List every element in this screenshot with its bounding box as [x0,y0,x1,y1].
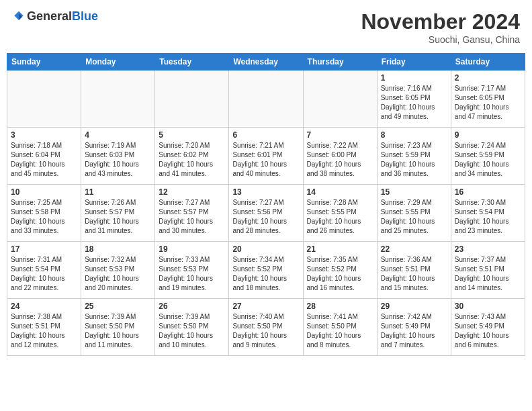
logo-general-text: General [27,9,72,24]
week-row-5: 24Sunrise: 7:38 AM Sunset: 5:51 PM Dayli… [7,299,525,356]
day-number: 16 [455,187,521,197]
day-info: Sunrise: 7:30 AM Sunset: 5:54 PM Dayligh… [455,198,521,236]
calendar-cell: 5Sunrise: 7:20 AM Sunset: 6:02 PM Daylig… [155,128,229,185]
calendar-cell: 16Sunrise: 7:30 AM Sunset: 5:54 PM Dayli… [451,185,525,242]
day-number: 29 [381,302,447,311]
day-info: Sunrise: 7:20 AM Sunset: 6:02 PM Dayligh… [159,141,225,179]
logo-blue-text: Blue [72,9,98,24]
calendar-cell: 13Sunrise: 7:27 AM Sunset: 5:56 PM Dayli… [229,185,303,242]
day-number: 15 [381,187,447,197]
week-row-4: 17Sunrise: 7:31 AM Sunset: 5:54 PM Dayli… [7,242,525,299]
calendar-cell: 22Sunrise: 7:36 AM Sunset: 5:51 PM Dayli… [377,242,451,299]
calendar-cell: 18Sunrise: 7:32 AM Sunset: 5:53 PM Dayli… [81,242,155,299]
day-number: 26 [159,302,225,311]
day-number: 18 [85,244,151,254]
location-text: Suochi, Gansu, China [361,34,520,45]
calendar-cell: 4Sunrise: 7:19 AM Sunset: 6:03 PM Daylig… [81,128,155,185]
calendar-cell: 29Sunrise: 7:42 AM Sunset: 5:49 PM Dayli… [377,299,451,356]
calendar-cell: 10Sunrise: 7:25 AM Sunset: 5:58 PM Dayli… [7,185,81,242]
day-info: Sunrise: 7:16 AM Sunset: 6:05 PM Dayligh… [381,84,447,122]
day-number: 2 [455,73,521,83]
week-row-3: 10Sunrise: 7:25 AM Sunset: 5:58 PM Dayli… [7,185,525,242]
title-block: November 2024 Suochi, Gansu, China [361,9,520,45]
day-number: 21 [307,244,373,254]
day-info: Sunrise: 7:43 AM Sunset: 5:49 PM Dayligh… [455,312,521,350]
day-info: Sunrise: 7:19 AM Sunset: 6:03 PM Dayligh… [85,141,151,179]
calendar-cell: 20Sunrise: 7:34 AM Sunset: 5:52 PM Dayli… [229,242,303,299]
day-info: Sunrise: 7:22 AM Sunset: 6:00 PM Dayligh… [307,141,373,179]
day-number: 25 [85,302,151,311]
day-number: 28 [307,302,373,311]
calendar-cell [303,71,377,128]
day-info: Sunrise: 7:27 AM Sunset: 5:57 PM Dayligh… [159,198,225,236]
day-number: 6 [232,130,299,140]
calendar-cell: 12Sunrise: 7:27 AM Sunset: 5:57 PM Dayli… [155,185,229,242]
week-row-2: 3Sunrise: 7:18 AM Sunset: 6:04 PM Daylig… [7,128,525,185]
calendar-cell: 11Sunrise: 7:26 AM Sunset: 5:57 PM Dayli… [81,185,155,242]
calendar-cell: 27Sunrise: 7:40 AM Sunset: 5:50 PM Dayli… [229,299,303,356]
day-info: Sunrise: 7:18 AM Sunset: 6:04 PM Dayligh… [11,141,77,179]
calendar-cell: 23Sunrise: 7:37 AM Sunset: 5:51 PM Dayli… [451,242,525,299]
calendar-cell: 25Sunrise: 7:39 AM Sunset: 5:50 PM Dayli… [81,299,155,356]
day-number: 23 [455,244,521,254]
day-number: 22 [381,244,447,254]
calendar-cell: 9Sunrise: 7:24 AM Sunset: 5:59 PM Daylig… [451,128,525,185]
calendar-cell: 19Sunrise: 7:33 AM Sunset: 5:53 PM Dayli… [155,242,229,299]
column-header-friday: Friday [377,54,451,71]
logo-icon [12,10,26,24]
calendar-cell [229,71,303,128]
week-row-1: 1Sunrise: 7:16 AM Sunset: 6:05 PM Daylig… [7,71,525,128]
day-number: 20 [232,244,299,254]
calendar-cell: 3Sunrise: 7:18 AM Sunset: 6:04 PM Daylig… [7,128,81,185]
day-number: 3 [11,130,77,140]
day-number: 19 [159,244,225,254]
day-info: Sunrise: 7:42 AM Sunset: 5:49 PM Dayligh… [381,312,447,350]
calendar-table: SundayMondayTuesdayWednesdayThursdayFrid… [7,53,525,356]
day-info: Sunrise: 7:32 AM Sunset: 5:53 PM Dayligh… [85,255,151,293]
day-number: 8 [381,130,447,140]
month-title: November 2024 [361,9,520,34]
day-number: 30 [455,302,521,311]
calendar-cell: 15Sunrise: 7:29 AM Sunset: 5:55 PM Dayli… [377,185,451,242]
column-header-wednesday: Wednesday [229,54,303,71]
day-info: Sunrise: 7:17 AM Sunset: 6:05 PM Dayligh… [455,84,521,122]
day-info: Sunrise: 7:31 AM Sunset: 5:54 PM Dayligh… [11,255,77,293]
day-number: 5 [159,130,225,140]
calendar-cell [81,71,155,128]
day-number: 4 [85,130,151,140]
day-info: Sunrise: 7:38 AM Sunset: 5:51 PM Dayligh… [11,312,77,350]
calendar-cell: 28Sunrise: 7:41 AM Sunset: 5:50 PM Dayli… [303,299,377,356]
day-number: 24 [11,302,77,311]
day-number: 13 [232,187,299,197]
day-number: 11 [85,187,151,197]
day-info: Sunrise: 7:21 AM Sunset: 6:01 PM Dayligh… [232,141,299,179]
day-info: Sunrise: 7:35 AM Sunset: 5:52 PM Dayligh… [307,255,373,293]
column-header-tuesday: Tuesday [155,54,229,71]
calendar-cell: 8Sunrise: 7:23 AM Sunset: 5:59 PM Daylig… [377,128,451,185]
calendar-cell: 26Sunrise: 7:39 AM Sunset: 5:50 PM Dayli… [155,299,229,356]
calendar-cell: 21Sunrise: 7:35 AM Sunset: 5:52 PM Dayli… [303,242,377,299]
calendar-cell: 14Sunrise: 7:28 AM Sunset: 5:55 PM Dayli… [303,185,377,242]
calendar-cell: 24Sunrise: 7:38 AM Sunset: 5:51 PM Dayli… [7,299,81,356]
day-number: 7 [307,130,373,140]
calendar-cell: 2Sunrise: 7:17 AM Sunset: 6:05 PM Daylig… [451,71,525,128]
column-header-monday: Monday [81,54,155,71]
calendar-cell: 7Sunrise: 7:22 AM Sunset: 6:00 PM Daylig… [303,128,377,185]
calendar-cell: 6Sunrise: 7:21 AM Sunset: 6:01 PM Daylig… [229,128,303,185]
day-info: Sunrise: 7:25 AM Sunset: 5:58 PM Dayligh… [11,198,77,236]
day-number: 9 [455,130,521,140]
day-number: 14 [307,187,373,197]
day-info: Sunrise: 7:41 AM Sunset: 5:50 PM Dayligh… [307,312,373,350]
calendar-cell [7,71,81,128]
day-info: Sunrise: 7:24 AM Sunset: 5:59 PM Dayligh… [455,141,521,179]
day-info: Sunrise: 7:28 AM Sunset: 5:55 PM Dayligh… [307,198,373,236]
day-info: Sunrise: 7:29 AM Sunset: 5:55 PM Dayligh… [381,198,447,236]
day-info: Sunrise: 7:33 AM Sunset: 5:53 PM Dayligh… [159,255,225,293]
logo: GeneralBlue [12,9,98,24]
day-info: Sunrise: 7:40 AM Sunset: 5:50 PM Dayligh… [232,312,299,350]
day-info: Sunrise: 7:23 AM Sunset: 5:59 PM Dayligh… [381,141,447,179]
column-header-sunday: Sunday [7,54,81,71]
day-number: 1 [381,73,447,83]
calendar-cell: 17Sunrise: 7:31 AM Sunset: 5:54 PM Dayli… [7,242,81,299]
day-number: 17 [11,244,77,254]
